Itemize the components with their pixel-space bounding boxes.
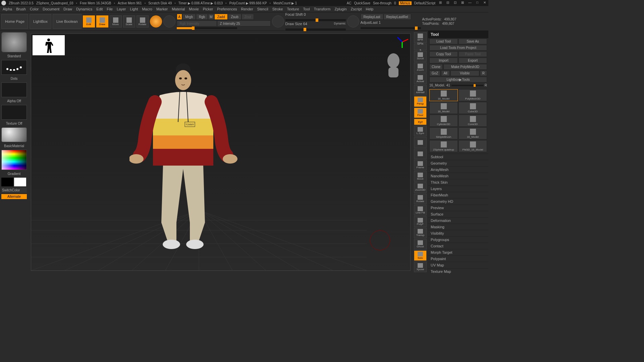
- tool-item-cube3d[interactable]: Cube3D: [459, 102, 487, 114]
- rs-line-fill[interactable]: Line Fill: [414, 205, 427, 216]
- tool-item-polymesh3d[interactable]: PolyMesh3D: [459, 89, 487, 101]
- brush-preview[interactable]: [1, 32, 27, 52]
- rs-zoom[interactable]: Zoom: [414, 62, 427, 73]
- rs-l-sym[interactable]: L.Sym: [414, 126, 427, 136]
- lightbox-tools-button[interactable]: Lightbox▶Tools: [429, 77, 487, 82]
- section-deformation[interactable]: Deformation: [428, 217, 488, 224]
- rs-zoom3d[interactable]: Zoom3D: [414, 182, 427, 193]
- import-button[interactable]: Import: [429, 58, 458, 63]
- clone-button[interactable]: Clone: [429, 64, 443, 70]
- tool-item-cylinder3d[interactable]: Cylinder3D: [429, 115, 458, 127]
- section-visibility[interactable]: Visibility: [428, 230, 488, 236]
- menu-brush[interactable]: Brush: [15, 7, 27, 11]
- rs-aahalf[interactable]: AAHalf: [414, 85, 427, 96]
- reference-thumb[interactable]: [33, 35, 65, 55]
- model-r[interactable]: R: [485, 83, 487, 87]
- section-nanomesh[interactable]: NanoMesh: [428, 173, 488, 179]
- alpha-preview[interactable]: [1, 82, 27, 97]
- rs-actual[interactable]: Actual: [414, 73, 427, 84]
- section-subtool[interactable]: Subtool: [428, 154, 488, 160]
- model-slider[interactable]: [451, 85, 483, 86]
- focal-shift-value[interactable]: 0: [304, 12, 306, 18]
- scale-button[interactable]: Scale: [123, 15, 135, 27]
- section-uv-map[interactable]: UV Map: [428, 262, 488, 268]
- ac[interactable]: AC: [347, 1, 352, 5]
- draw-size-value[interactable]: 64: [303, 22, 307, 28]
- dynamic-label[interactable]: Dynamic: [334, 22, 346, 28]
- swatch-white[interactable]: [14, 178, 26, 186]
- section-surface[interactable]: Surface: [428, 211, 488, 217]
- section-preview[interactable]: Preview: [428, 204, 488, 211]
- section-morph-target[interactable]: Morph Target: [428, 249, 488, 255]
- section-polygroups[interactable]: Polygroups: [428, 236, 488, 243]
- tool-item-16-model[interactable]: 16_Model: [459, 127, 487, 139]
- menu-stroke[interactable]: Stroke: [271, 7, 284, 11]
- a-button[interactable]: A: [177, 14, 182, 20]
- rs-rotate[interactable]: Rotate: [414, 194, 427, 204]
- seethrough-value[interactable]: 0: [394, 1, 396, 5]
- tool-item-16-model[interactable]: 16_Model: [429, 102, 458, 114]
- menu-preferences[interactable]: Preferences: [216, 7, 238, 11]
- rgb-button[interactable]: Rgb: [196, 14, 208, 20]
- tool-item-cone3d[interactable]: Cone3D: [459, 115, 487, 127]
- gradient-label[interactable]: Gradient: [1, 171, 27, 176]
- rs-icon-9[interactable]: [414, 148, 427, 159]
- rs-ghost[interactable]: Ghost: [414, 239, 427, 250]
- tab-liveboolean[interactable]: Live Boolean: [53, 14, 82, 29]
- section-texture-map[interactable]: Texture Map: [428, 268, 488, 274]
- menu-macro[interactable]: Macro: [141, 7, 154, 11]
- layout-icon-4[interactable]: ⊠: [460, 1, 465, 5]
- menu-alpha[interactable]: Alpha: [1, 7, 13, 11]
- tool-item-zsphere-quadrup[interactable]: ZSphere quadrup: [429, 140, 458, 152]
- layout-icon-1[interactable]: ⊞: [438, 1, 443, 5]
- mrgb-button[interactable]: Mrgb: [182, 14, 196, 20]
- menu-file[interactable]: File: [105, 7, 114, 11]
- menu-texture[interactable]: Texture: [285, 7, 300, 11]
- focal-shift-slider[interactable]: [285, 19, 346, 21]
- rs-transp[interactable]: Transp: [414, 228, 427, 238]
- copy-tool-button[interactable]: Copy Tool: [429, 51, 458, 57]
- move-button[interactable]: Move: [110, 15, 122, 27]
- menu-material[interactable]: Material: [170, 7, 186, 11]
- menu-transform[interactable]: Transform: [313, 7, 332, 11]
- default-zscript[interactable]: DefaultZScript: [414, 1, 435, 5]
- z-intensity-slider[interactable]: Z Intensity 25: [217, 20, 271, 26]
- rs-xyz[interactable]: Xyz: [414, 119, 427, 125]
- rs-floor[interactable]: Floor: [414, 108, 427, 118]
- rs-icon-8[interactable]: [414, 137, 427, 148]
- menu-marker[interactable]: Marker: [155, 7, 169, 11]
- menu-zplugin[interactable]: Zplugin: [333, 7, 348, 11]
- swatch-black[interactable]: [1, 178, 13, 186]
- menus-button[interactable]: Menus: [399, 1, 412, 5]
- material-preview[interactable]: [1, 127, 27, 142]
- rs-xpose[interactable]: Xpose: [414, 261, 427, 272]
- section-geometry-hd[interactable]: Geometry HD: [428, 198, 488, 204]
- load-from-project-button[interactable]: Load Tools From Project: [429, 45, 487, 51]
- rs-frame[interactable]: Frame: [414, 160, 427, 170]
- menu-render[interactable]: Render: [240, 7, 255, 11]
- section-thick-skin[interactable]: Thick Skin: [428, 179, 488, 185]
- tab-homepage[interactable]: Home Page: [1, 14, 28, 29]
- cam-orientation-icon[interactable]: [383, 51, 404, 77]
- menu-stencil[interactable]: Stencil: [256, 7, 270, 11]
- viewport[interactable]: TOMMY: [31, 34, 411, 271]
- menu-color[interactable]: Color: [29, 7, 40, 11]
- tool-item-pm3d-16-model[interactable]: PM3D_16_Model: [459, 140, 487, 152]
- z-intensity-track[interactable]: [177, 27, 237, 29]
- menu-dynamics[interactable]: Dynamics: [75, 7, 94, 11]
- make-polymesh3d-button[interactable]: Make PolyMesh3D: [443, 64, 487, 70]
- texture-preview[interactable]: [1, 105, 27, 120]
- layout-icon-3[interactable]: ⊡: [453, 1, 458, 5]
- minimize-icon[interactable]: —: [468, 1, 472, 5]
- section-arraymesh[interactable]: ArrayMesh: [428, 166, 488, 173]
- adjust-last-value[interactable]: 1: [379, 20, 381, 26]
- menu-zscript[interactable]: Zscript: [350, 7, 363, 11]
- menu-picker[interactable]: Picker: [202, 7, 215, 11]
- menu-draw[interactable]: Draw: [62, 7, 73, 11]
- d-dial-icon[interactable]: [347, 15, 359, 27]
- menu-help[interactable]: Help: [365, 7, 375, 11]
- menu-light[interactable]: Light: [129, 7, 140, 11]
- switch-color-button[interactable]: SwitchColor: [1, 188, 27, 193]
- s-dial-icon[interactable]: [272, 15, 284, 27]
- axis-gizmo[interactable]: [395, 35, 409, 49]
